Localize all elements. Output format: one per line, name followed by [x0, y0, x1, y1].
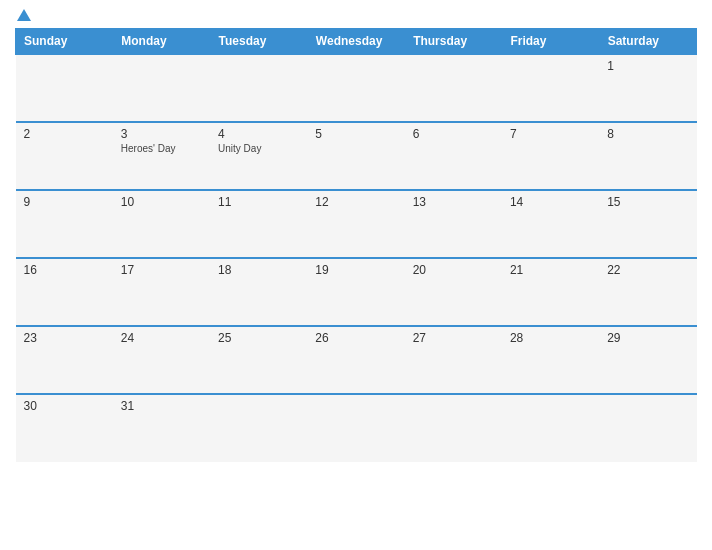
day-number: 31 [121, 399, 202, 413]
weekday-header-friday: Friday [502, 29, 599, 55]
day-number: 4 [218, 127, 299, 141]
calendar-week-row: 3031 [16, 394, 697, 462]
day-number: 25 [218, 331, 299, 345]
calendar-body: 123Heroes' Day4Unity Day5678910111213141… [16, 54, 697, 462]
day-number: 6 [413, 127, 494, 141]
calendar-cell [307, 394, 404, 462]
weekday-header-row: SundayMondayTuesdayWednesdayThursdayFrid… [16, 29, 697, 55]
day-number: 22 [607, 263, 688, 277]
calendar-week-row: 23242526272829 [16, 326, 697, 394]
calendar-cell [502, 394, 599, 462]
day-number: 8 [607, 127, 688, 141]
day-number: 21 [510, 263, 591, 277]
calendar-cell: 18 [210, 258, 307, 326]
day-number: 14 [510, 195, 591, 209]
weekday-header-wednesday: Wednesday [307, 29, 404, 55]
calendar-cell: 29 [599, 326, 696, 394]
day-number: 2 [24, 127, 105, 141]
calendar-cell: 5 [307, 122, 404, 190]
calendar-cell: 21 [502, 258, 599, 326]
weekday-header-monday: Monday [113, 29, 210, 55]
calendar-cell: 10 [113, 190, 210, 258]
day-number: 3 [121, 127, 202, 141]
calendar-cell: 11 [210, 190, 307, 258]
weekday-header-thursday: Thursday [405, 29, 502, 55]
day-number: 11 [218, 195, 299, 209]
calendar-cell: 31 [113, 394, 210, 462]
calendar-cell [405, 394, 502, 462]
calendar-week-row: 23Heroes' Day4Unity Day5678 [16, 122, 697, 190]
day-number: 18 [218, 263, 299, 277]
day-number: 19 [315, 263, 396, 277]
day-number: 23 [24, 331, 105, 345]
calendar-week-row: 1 [16, 54, 697, 122]
calendar-cell: 20 [405, 258, 502, 326]
event-label: Heroes' Day [121, 143, 202, 154]
weekday-header-tuesday: Tuesday [210, 29, 307, 55]
day-number: 9 [24, 195, 105, 209]
day-number: 20 [413, 263, 494, 277]
calendar-page: SundayMondayTuesdayWednesdayThursdayFrid… [0, 0, 712, 550]
calendar-cell [113, 54, 210, 122]
weekday-header-sunday: Sunday [16, 29, 113, 55]
calendar-week-row: 9101112131415 [16, 190, 697, 258]
day-number: 7 [510, 127, 591, 141]
calendar-cell [16, 54, 113, 122]
calendar-cell: 9 [16, 190, 113, 258]
day-number: 30 [24, 399, 105, 413]
calendar-cell: 13 [405, 190, 502, 258]
day-number: 26 [315, 331, 396, 345]
calendar-cell [210, 394, 307, 462]
calendar-cell: 1 [599, 54, 696, 122]
calendar-cell: 28 [502, 326, 599, 394]
calendar-cell [405, 54, 502, 122]
calendar-cell: 26 [307, 326, 404, 394]
calendar-cell [210, 54, 307, 122]
calendar-cell: 3Heroes' Day [113, 122, 210, 190]
calendar-cell: 25 [210, 326, 307, 394]
calendar-cell: 16 [16, 258, 113, 326]
calendar-cell: 6 [405, 122, 502, 190]
calendar-cell: 24 [113, 326, 210, 394]
event-label: Unity Day [218, 143, 299, 154]
calendar-cell [307, 54, 404, 122]
logo-triangle-icon [17, 9, 31, 21]
day-number: 13 [413, 195, 494, 209]
calendar-cell: 12 [307, 190, 404, 258]
calendar-cell: 8 [599, 122, 696, 190]
weekday-header-saturday: Saturday [599, 29, 696, 55]
calendar-header: SundayMondayTuesdayWednesdayThursdayFrid… [16, 29, 697, 55]
calendar-cell: 30 [16, 394, 113, 462]
calendar-cell: 17 [113, 258, 210, 326]
day-number: 17 [121, 263, 202, 277]
calendar-table: SundayMondayTuesdayWednesdayThursdayFrid… [15, 28, 697, 462]
day-number: 28 [510, 331, 591, 345]
calendar-cell: 7 [502, 122, 599, 190]
day-number: 10 [121, 195, 202, 209]
day-number: 29 [607, 331, 688, 345]
day-number: 12 [315, 195, 396, 209]
day-number: 24 [121, 331, 202, 345]
day-number: 16 [24, 263, 105, 277]
calendar-cell: 27 [405, 326, 502, 394]
day-number: 15 [607, 195, 688, 209]
calendar-cell: 15 [599, 190, 696, 258]
calendar-cell: 14 [502, 190, 599, 258]
day-number: 27 [413, 331, 494, 345]
calendar-cell: 2 [16, 122, 113, 190]
calendar-cell: 22 [599, 258, 696, 326]
calendar-cell: 4Unity Day [210, 122, 307, 190]
calendar-cell: 23 [16, 326, 113, 394]
logo [15, 10, 31, 22]
calendar-cell: 19 [307, 258, 404, 326]
calendar-week-row: 16171819202122 [16, 258, 697, 326]
page-header [15, 10, 697, 22]
day-number: 1 [607, 59, 688, 73]
calendar-cell [502, 54, 599, 122]
day-number: 5 [315, 127, 396, 141]
calendar-cell [599, 394, 696, 462]
